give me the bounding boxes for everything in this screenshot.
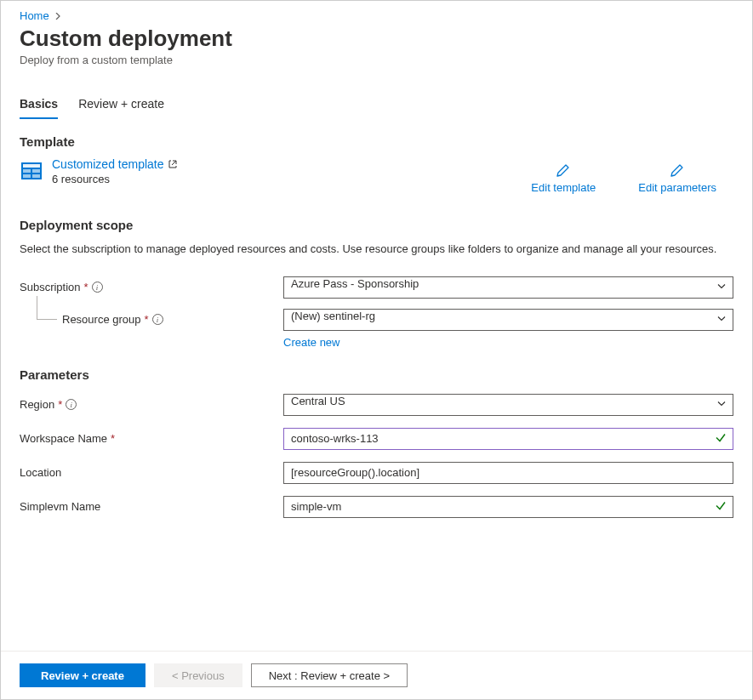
parameters-section-title: Parameters bbox=[20, 367, 733, 382]
region-label-text: Region bbox=[20, 398, 54, 411]
breadcrumb-home-link[interactable]: Home bbox=[20, 9, 49, 22]
deployment-scope-description: Select the subscription to manage deploy… bbox=[20, 241, 733, 258]
page-subtitle: Deploy from a custom template bbox=[20, 54, 733, 66]
footer-actions: Review + create < Previous Next : Review… bbox=[1, 651, 752, 699]
required-asterisk: * bbox=[84, 281, 88, 293]
edit-parameters-link[interactable]: Edit parameters bbox=[638, 162, 716, 194]
subscription-label: Subscription * i bbox=[20, 281, 283, 293]
simplevm-name-input[interactable] bbox=[283, 496, 733, 518]
next-button[interactable]: Next : Review + create > bbox=[251, 663, 408, 687]
pencil-icon bbox=[670, 162, 685, 178]
region-label: Region * i bbox=[20, 398, 283, 411]
location-label: Location bbox=[20, 466, 283, 479]
resource-group-select[interactable]: (New) sentinel-rg bbox=[283, 309, 733, 331]
required-asterisk: * bbox=[145, 313, 149, 326]
svg-rect-2 bbox=[23, 169, 31, 173]
edit-parameters-label: Edit parameters bbox=[638, 181, 716, 194]
resource-group-value: (New) sentinel-rg bbox=[291, 310, 375, 322]
create-new-link[interactable]: Create new bbox=[283, 336, 339, 349]
svg-rect-3 bbox=[32, 169, 40, 173]
edit-template-label: Edit template bbox=[531, 181, 596, 194]
subscription-select[interactable]: Azure Pass - Sponsorship bbox=[283, 276, 733, 299]
workspace-name-label-text: Workspace Name bbox=[20, 432, 107, 445]
region-value: Central US bbox=[291, 395, 345, 407]
customized-template-link[interactable]: Customized template bbox=[52, 157, 178, 171]
customized-template-label: Customized template bbox=[52, 157, 164, 171]
tab-review-create[interactable]: Review + create bbox=[78, 92, 164, 119]
info-icon[interactable]: i bbox=[152, 314, 163, 325]
subscription-value: Azure Pass - Sponsorship bbox=[291, 277, 419, 290]
info-icon[interactable]: i bbox=[66, 399, 77, 410]
deployment-scope-title: Deployment scope bbox=[20, 218, 733, 232]
required-asterisk: * bbox=[58, 398, 62, 411]
page-title: Custom deployment bbox=[20, 26, 733, 52]
template-resources-count: 6 resources bbox=[52, 173, 178, 185]
review-create-button[interactable]: Review + create bbox=[20, 663, 145, 687]
indent-connector bbox=[37, 296, 57, 320]
breadcrumb: Home bbox=[20, 9, 733, 22]
resource-group-label: Resource group * i bbox=[20, 313, 283, 326]
info-icon[interactable]: i bbox=[92, 282, 103, 293]
svg-rect-4 bbox=[23, 174, 31, 178]
resource-group-label-text: Resource group bbox=[62, 313, 141, 326]
simplevm-name-label-text: Simplevm Name bbox=[20, 500, 100, 513]
external-link-icon bbox=[168, 159, 178, 169]
required-asterisk: * bbox=[111, 432, 115, 445]
workspace-name-input[interactable] bbox=[283, 428, 733, 450]
tab-basics[interactable]: Basics bbox=[20, 92, 58, 119]
template-icon bbox=[20, 159, 43, 183]
workspace-name-label: Workspace Name * bbox=[20, 432, 283, 445]
chevron-right-icon bbox=[54, 10, 61, 22]
svg-rect-5 bbox=[32, 174, 40, 178]
subscription-label-text: Subscription bbox=[20, 281, 81, 293]
location-label-text: Location bbox=[20, 466, 61, 479]
simplevm-name-label: Simplevm Name bbox=[20, 500, 283, 513]
location-input[interactable] bbox=[283, 462, 733, 484]
previous-button: < Previous bbox=[154, 663, 242, 687]
template-section-title: Template bbox=[20, 134, 733, 149]
tabs: Basics Review + create bbox=[20, 92, 733, 119]
region-select[interactable]: Central US bbox=[283, 394, 733, 416]
edit-template-link[interactable]: Edit template bbox=[531, 162, 596, 194]
svg-rect-1 bbox=[23, 164, 40, 168]
pencil-icon bbox=[556, 162, 571, 178]
